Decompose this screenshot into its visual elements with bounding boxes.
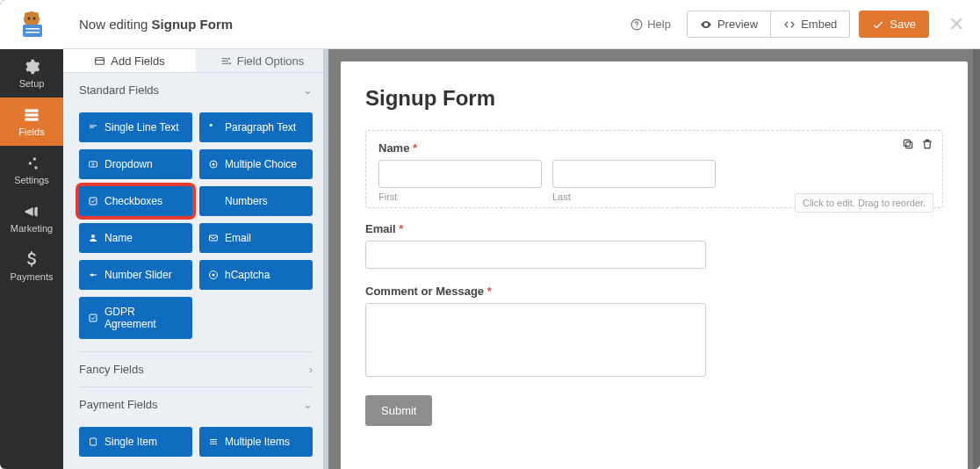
input-comment[interactable]: [365, 303, 706, 377]
svg-rect-9: [25, 113, 39, 116]
section-fancy[interactable]: Fancy Fields ›: [63, 352, 328, 386]
svg-point-2: [33, 12, 39, 18]
field-email[interactable]: Email: [199, 223, 313, 253]
duplicate-icon[interactable]: [902, 138, 914, 153]
svg-point-27: [91, 274, 94, 277]
form-field-name[interactable]: Name * First Last Click to edit. Dra: [365, 130, 943, 208]
svg-rect-10: [25, 118, 39, 120]
svg-point-4: [33, 18, 36, 20]
svg-rect-8: [25, 109, 39, 112]
rail-marketing[interactable]: Marketing: [0, 194, 63, 242]
svg-point-24: [91, 234, 95, 238]
form-canvas: Signup Form Name * First: [341, 61, 968, 469]
field-single-item[interactable]: Single Item: [79, 427, 192, 457]
field-numbers[interactable]: Numbers: [199, 186, 313, 216]
section-payment[interactable]: Payment Fields ⌄: [63, 387, 328, 422]
preview-scrollbar[interactable]: [973, 49, 980, 469]
input-first-name[interactable]: [378, 160, 542, 188]
embed-button[interactable]: Embed: [771, 11, 850, 38]
svg-rect-36: [904, 140, 910, 146]
svg-point-18: [226, 60, 227, 61]
form-field-comment[interactable]: Comment or Message *: [365, 285, 943, 379]
rail-marketing-label: Marketing: [11, 223, 53, 234]
svg-rect-30: [90, 314, 97, 321]
preview-button[interactable]: Preview: [687, 11, 771, 38]
svg-rect-6: [25, 28, 40, 30]
svg-rect-35: [906, 142, 912, 148]
field-single-line-text[interactable]: Single Line Text: [79, 112, 192, 142]
trash-icon[interactable]: [921, 138, 933, 153]
field-multiple-choice[interactable]: Multiple Choice: [199, 149, 313, 179]
rail-setup[interactable]: Setup: [0, 49, 63, 97]
svg-point-1: [25, 12, 30, 18]
svg-point-22: [213, 163, 215, 166]
close-icon[interactable]: ✕: [948, 13, 964, 36]
chevron-right-icon: ›: [309, 363, 313, 376]
rail-settings-label: Settings: [14, 175, 49, 185]
field-label-email: Email *: [365, 222, 943, 235]
app-logo: [0, 0, 63, 49]
form-title: Signup Form: [365, 86, 943, 111]
field-multiple-items[interactable]: Multiple Items: [199, 427, 313, 457]
tab-field-options[interactable]: Field Options: [196, 49, 328, 72]
svg-rect-7: [25, 32, 40, 33]
input-last-name[interactable]: [552, 160, 716, 188]
svg-rect-5: [23, 25, 42, 37]
save-button[interactable]: Save: [859, 11, 929, 38]
rail-fields[interactable]: Fields: [0, 97, 63, 146]
field-number-slider[interactable]: Number Slider: [79, 260, 192, 290]
preview-embed-group: Preview Embed: [687, 11, 850, 38]
field-hcaptcha[interactable]: hCaptcha: [199, 260, 313, 290]
rail-payments[interactable]: Payments: [0, 242, 63, 291]
svg-point-29: [213, 274, 215, 277]
form-field-email[interactable]: Email *: [365, 222, 943, 269]
sublabel-first: First: [378, 191, 542, 202]
field-dropdown[interactable]: Dropdown: [79, 149, 192, 179]
svg-rect-23: [90, 198, 97, 205]
rail-payments-label: Payments: [11, 271, 54, 282]
submit-button[interactable]: Submit: [365, 395, 432, 426]
input-email[interactable]: [365, 241, 706, 269]
svg-rect-25: [210, 235, 218, 241]
field-label-name: Name *: [378, 141, 930, 155]
help-link[interactable]: Help: [623, 12, 678, 36]
left-rail: Setup Fields Settings Marketing Payments: [0, 0, 63, 469]
chevron-down-icon: ⌄: [303, 83, 313, 97]
section-standard[interactable]: Standard Fields ⌄: [63, 73, 328, 107]
field-paragraph-text[interactable]: Paragraph Text: [199, 112, 313, 142]
svg-point-3: [28, 18, 31, 20]
rail-settings[interactable]: Settings: [0, 146, 63, 194]
top-bar: Now editing Signup Form Help Preview Emb…: [63, 0, 980, 49]
form-preview-area: Signup Form Name * First: [328, 49, 980, 469]
field-label-comment: Comment or Message *: [365, 285, 943, 298]
svg-point-13: [34, 166, 37, 169]
field-name[interactable]: Name: [79, 223, 192, 253]
svg-point-11: [33, 157, 36, 160]
svg-rect-15: [96, 57, 104, 64]
field-gdpr[interactable]: GDPR Agreement: [79, 297, 192, 339]
fields-panel: Add Fields Field Options Standard Fields…: [63, 49, 328, 469]
tab-add-fields[interactable]: Add Fields: [63, 49, 196, 72]
svg-point-12: [29, 162, 32, 164]
page-title: Now editing Signup Form: [79, 17, 615, 32]
field-checkboxes[interactable]: Checkboxes: [79, 186, 192, 216]
chevron-down-icon: ⌄: [303, 398, 313, 411]
svg-rect-31: [90, 438, 97, 445]
rail-fields-label: Fields: [18, 126, 44, 137]
svg-point-19: [228, 62, 230, 64]
sublabel-last: Last: [552, 191, 716, 202]
rail-setup-label: Setup: [19, 78, 45, 89]
reorder-tooltip: Click to edit. Drag to reorder.: [795, 193, 933, 213]
svg-point-17: [227, 57, 229, 59]
